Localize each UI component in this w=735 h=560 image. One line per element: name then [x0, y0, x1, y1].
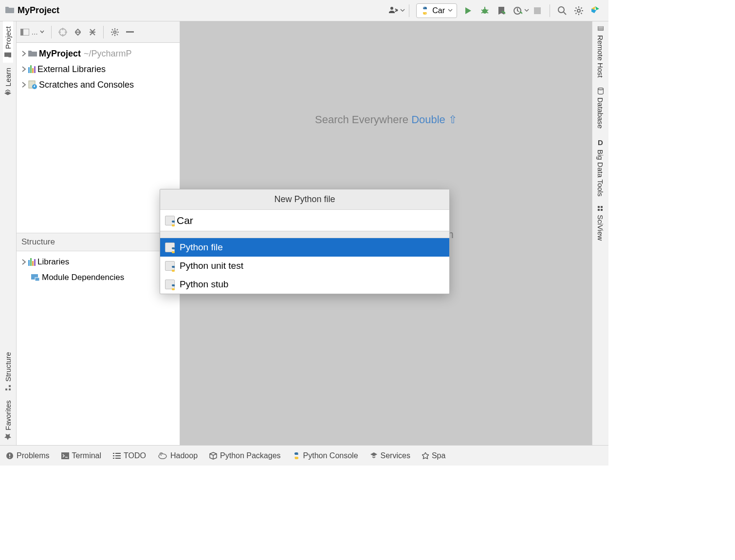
structure-tree: Libraries Module Dependencies	[17, 251, 180, 445]
star-icon	[5, 433, 12, 440]
tree-scratches[interactable]: Scratches and Consoles	[17, 77, 180, 93]
svg-rect-13	[9, 389, 11, 391]
chevron-right-icon[interactable]	[19, 82, 28, 88]
problems-tab[interactable]: Problems	[6, 451, 50, 460]
target-icon[interactable]	[58, 28, 67, 37]
chevron-right-icon[interactable]	[19, 66, 28, 72]
project-tree: MyProject ~/PycharmP External Libraries …	[17, 43, 180, 233]
settings-button[interactable]	[571, 3, 586, 18]
svg-line-5	[487, 10, 488, 11]
bigdata-tab[interactable]: D Big Data Tools	[595, 133, 606, 201]
popup-title: New Python file	[160, 189, 449, 210]
scratches-icon	[28, 80, 37, 89]
debug-button[interactable]	[478, 3, 492, 18]
svg-rect-39	[601, 209, 603, 211]
svg-point-50	[159, 454, 166, 459]
popup-item-python-unit-test[interactable]: Python unit test	[160, 257, 449, 275]
users-icon[interactable]	[386, 3, 401, 18]
sciview-tab[interactable]: SciView	[595, 201, 606, 245]
editor-empty-state: Search Everywhere Double ⇧ Drop files he…	[180, 21, 592, 445]
database-icon	[598, 88, 604, 94]
svg-point-51	[161, 455, 162, 456]
coverage-button[interactable]	[494, 3, 509, 18]
terminal-icon	[61, 452, 69, 459]
run-button[interactable]	[461, 3, 476, 18]
database-label: Database	[596, 97, 605, 129]
python-console-label: Python Console	[303, 451, 358, 460]
libraries-icon	[28, 258, 36, 266]
todo-icon	[113, 452, 121, 459]
svg-line-6	[481, 12, 483, 13]
popup-item-python-file[interactable]: Python file	[160, 238, 449, 257]
services-tab[interactable]: Services	[370, 451, 410, 460]
learn-tool-tab[interactable]: Learn	[3, 63, 13, 100]
collapse-all-icon[interactable]	[89, 28, 96, 36]
run-config-selector[interactable]: Car	[416, 3, 457, 18]
svg-rect-38	[598, 209, 600, 211]
users-dropdown-chevron[interactable]	[400, 8, 405, 13]
star-icon	[422, 452, 429, 459]
todo-tab[interactable]: TODO	[113, 451, 146, 460]
folder-icon	[5, 52, 12, 58]
structure-libraries[interactable]: Libraries	[17, 254, 180, 270]
python-console-tab[interactable]: Python Console	[293, 451, 358, 460]
svg-rect-17	[20, 29, 23, 36]
tree-root-name: MyProject	[39, 49, 81, 59]
structure-module-deps-label: Module Dependencies	[42, 273, 124, 282]
search-button[interactable]	[555, 3, 570, 18]
svg-rect-9	[534, 7, 541, 14]
svg-rect-37	[601, 206, 603, 208]
python-icon	[421, 6, 429, 15]
module-deps-icon	[31, 274, 40, 281]
svg-rect-43	[61, 452, 69, 459]
profile-button[interactable]	[511, 3, 525, 18]
view-selector-label: ...	[31, 28, 37, 37]
svg-rect-31	[35, 278, 39, 281]
project-title[interactable]: MyProject	[18, 5, 59, 16]
right-tool-gutter: Remote Host Database D Big Data Tools Sc…	[592, 21, 608, 445]
services-label: Services	[381, 451, 410, 460]
structure-tool-tab[interactable]: Structure	[3, 347, 13, 395]
profile-dropdown-chevron[interactable]	[524, 8, 529, 13]
database-tab[interactable]: Database	[595, 83, 606, 133]
learn-icon	[5, 89, 12, 95]
structure-module-deps[interactable]: Module Dependencies	[17, 270, 180, 285]
new-file-popup: New Python file Python file Python unit …	[160, 189, 450, 294]
chevron-right-icon[interactable]	[19, 259, 28, 265]
gear-icon[interactable]	[110, 28, 119, 37]
python-packages-tab[interactable]: Python Packages	[209, 451, 281, 460]
todo-label: TODO	[124, 451, 146, 460]
remote-icon	[598, 26, 604, 32]
problems-label: Problems	[17, 451, 50, 460]
jetbrains-icon[interactable]	[588, 3, 603, 18]
structure-icon	[5, 385, 11, 391]
tree-root[interactable]: MyProject ~/PycharmP	[17, 46, 180, 61]
popup-item-python-stub[interactable]: Python stub	[160, 275, 449, 294]
terminal-tab[interactable]: Terminal	[61, 451, 101, 460]
spark-tab[interactable]: Spa	[422, 451, 445, 460]
tree-external-label: External Libraries	[37, 64, 106, 75]
hide-icon[interactable]	[126, 31, 134, 33]
structure-title: Structure	[21, 237, 55, 247]
sciview-label: SciView	[596, 215, 605, 241]
favorites-tab-label: Favorites	[4, 400, 12, 430]
svg-point-2	[482, 9, 487, 14]
tree-external-libs[interactable]: External Libraries	[17, 61, 180, 77]
problems-icon	[6, 452, 14, 460]
python-icon	[293, 452, 300, 460]
hadoop-tab[interactable]: Hadoop	[158, 451, 198, 460]
top-toolbar: MyProject Car	[0, 0, 608, 21]
favorites-tool-tab[interactable]: Favorites	[3, 395, 13, 445]
svg-rect-15	[9, 385, 11, 387]
python-file-icon	[165, 261, 175, 271]
terminal-label: Terminal	[72, 451, 101, 460]
bigdata-icon: D	[598, 138, 603, 147]
chevron-right-icon[interactable]	[19, 51, 28, 56]
structure-panel-header[interactable]: Structure	[17, 233, 180, 251]
svg-point-10	[558, 7, 564, 13]
filename-input[interactable]	[175, 213, 444, 228]
expand-all-icon[interactable]	[74, 28, 82, 36]
remote-host-tab[interactable]: Remote Host	[595, 21, 606, 83]
view-selector[interactable]: ...	[20, 28, 44, 37]
project-tool-tab[interactable]: Project	[3, 21, 13, 63]
